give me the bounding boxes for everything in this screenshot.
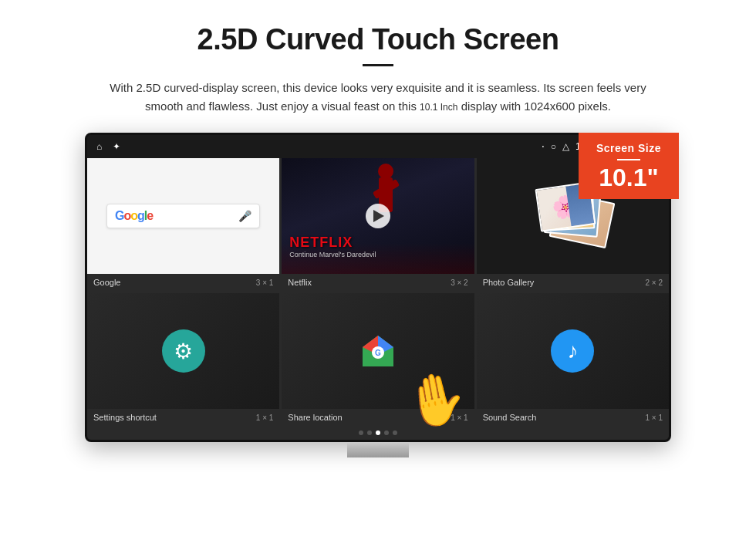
netflix-app-name: Netflix [288, 278, 312, 287]
play-triangle-icon [373, 210, 384, 222]
desc-size: 10.1 Inch [420, 100, 461, 113]
play-button[interactable] [366, 204, 390, 228]
desc-end: display with 1024x600 pixels. [461, 100, 611, 113]
dot-2[interactable] [367, 430, 372, 435]
google-grid-size: 3 × 1 [256, 278, 274, 287]
google-tile-bg: Google 🎤 [87, 158, 279, 274]
photo-label-row: Photo Gallery 2 × 2 [477, 274, 669, 291]
google-search-bar[interactable]: Google 🎤 [106, 204, 260, 228]
netflix-logo: NETFLIX [289, 235, 376, 251]
device-stand [85, 442, 671, 457]
share-app-name: Share location [288, 413, 342, 422]
wifi-icon: △ [562, 141, 569, 152]
sound-label-row: Sound Search 1 × 1 [477, 409, 669, 426]
music-note-icon: ♪ [567, 339, 578, 363]
netflix-grid-size: 3 × 2 [451, 278, 468, 287]
dot-4[interactable] [384, 430, 389, 435]
status-left: ⌂ ✦ [96, 141, 120, 152]
settings-tile-bg: ⚙ ⚙ [87, 293, 279, 409]
device-container: Screen Size 10.1" ⌂ ✦ ⋅ ○ △ 15:06 ◯ ► ☒ … [85, 133, 671, 457]
gear-icon-circle: ⚙ [162, 329, 205, 373]
screen-size-badge: Screen Size 10.1" [579, 133, 679, 199]
sound-app-name: Sound Search [483, 413, 537, 422]
netflix-app-tile[interactable]: NETFLIX Continue Marvel's Daredevil Netf… [282, 158, 474, 291]
stand-neck [347, 442, 409, 457]
sound-icon-circle: ♪ [551, 329, 594, 373]
share-tile-bg: G 🤚 [282, 293, 474, 409]
settings-grid-size: 1 × 1 [256, 414, 274, 422]
badge-divider [617, 159, 640, 160]
share-tile-top: G 🤚 [282, 293, 474, 409]
google-label-row: Google 3 × 1 [87, 274, 279, 291]
settings-tile[interactable]: ⚙ ⚙ Settings shortcut 1 × 1 [87, 293, 279, 426]
gear-icon: ⚙ [174, 339, 193, 364]
netflix-tile-top: NETFLIX Continue Marvel's Daredevil [282, 158, 474, 274]
daredevil-scene: NETFLIX Continue Marvel's Daredevil [282, 158, 474, 274]
share-location-tile[interactable]: G 🤚 Share location 1 × 1 [282, 293, 474, 426]
svg-text:G: G [375, 349, 381, 357]
page-dots [87, 426, 669, 440]
dot-1[interactable] [359, 430, 363, 435]
google-tile-top: Google 🎤 [87, 158, 279, 274]
maps-icon: G [359, 332, 397, 370]
pointing-hand: 🤚 [400, 369, 471, 429]
google-app-name: Google [93, 278, 120, 287]
photo-app-name: Photo Gallery [483, 278, 535, 287]
photo-grid-size: 2 × 2 [645, 278, 663, 287]
usb-icon: ✦ [113, 141, 120, 152]
netflix-sub: Continue Marvel's Daredevil [289, 251, 376, 258]
dot-3-active[interactable] [376, 430, 380, 435]
sound-grid-size: 1 × 1 [645, 414, 663, 422]
badge-title: Screen Size [591, 142, 667, 154]
google-logo: Google [115, 209, 153, 223]
dd-head [378, 164, 393, 179]
location-icon: ○ [551, 141, 556, 152]
home-icon[interactable]: ⌂ [96, 141, 102, 152]
netflix-branding: NETFLIX Continue Marvel's Daredevil [289, 235, 376, 258]
sound-tile-bg: ♪ [477, 293, 669, 409]
title-divider [363, 64, 393, 66]
settings-app-name: Settings shortcut [93, 413, 157, 422]
dot-5[interactable] [393, 430, 397, 435]
sound-tile-top: ♪ [477, 293, 669, 409]
bluetooth-icon: ⋅ [542, 141, 545, 152]
sound-search-tile[interactable]: ♪ Sound Search 1 × 1 [477, 293, 669, 426]
google-app-tile[interactable]: Google 🎤 Google 3 × 1 [87, 158, 279, 291]
badge-size: 10.1" [591, 165, 667, 190]
settings-label-row: Settings shortcut 1 × 1 [87, 409, 279, 426]
netflix-label-row: Netflix 3 × 2 [282, 274, 474, 291]
netflix-tile-bg: NETFLIX Continue Marvel's Daredevil [282, 158, 474, 274]
page-title: 2.5D Curved Touch Screen [197, 23, 559, 56]
settings-tile-top: ⚙ ⚙ [87, 293, 279, 409]
page-description: With 2.5D curved-display screen, this de… [93, 79, 663, 116]
mic-icon[interactable]: 🎤 [238, 210, 251, 222]
